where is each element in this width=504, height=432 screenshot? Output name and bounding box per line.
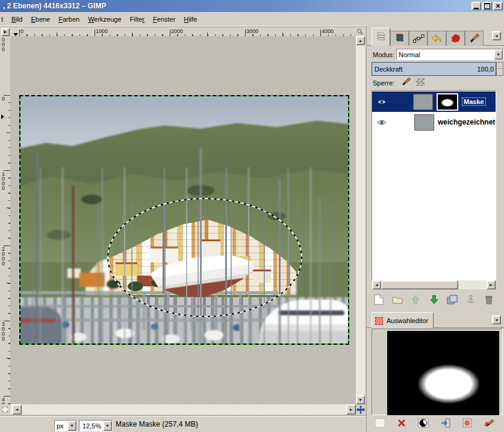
tab-undo-history[interactable] <box>428 31 446 46</box>
menu-item-bild[interactable]: Bild <box>7 14 26 25</box>
menu-item-partial[interactable]: t <box>0 14 7 25</box>
dock-panel: ◄ Modus: Normal ▼ Deckkraft 100,0 Sperre… <box>366 26 504 432</box>
scrollbar-thumb[interactable] <box>381 280 458 289</box>
layer-row-weichgezeichnet[interactable]: weichgezeichnet <box>372 112 496 132</box>
scroll-right-button[interactable]: ► <box>487 280 496 289</box>
zoom-selector[interactable]: 12,5% ▼ <box>79 420 113 431</box>
folder-icon <box>392 295 403 304</box>
stroke-selection-button[interactable] <box>482 416 496 430</box>
opacity-spinner[interactable] <box>496 62 503 76</box>
visibility-eye-icon[interactable] <box>377 119 387 126</box>
ruler-label: 2000 <box>2 247 7 266</box>
minimize-button[interactable] <box>471 2 481 10</box>
close-icon: × <box>496 3 500 9</box>
layer-name[interactable]: Maske <box>462 97 486 106</box>
horizontal-ruler[interactable]: 0 1000 2000 3000 4000 <box>10 28 356 37</box>
anchor-icon <box>467 295 475 304</box>
ruler-label: 3000 <box>246 28 258 34</box>
layer-thumbnail[interactable] <box>413 94 433 110</box>
layer-thumbnail[interactable] <box>414 114 434 131</box>
maximize-button[interactable] <box>482 2 492 10</box>
scroll-left-button[interactable]: ◄ <box>12 404 22 415</box>
minimize-icon <box>474 8 479 9</box>
tab-layers[interactable] <box>372 28 390 46</box>
layer-list-hscrollbar[interactable]: ◄ ► <box>372 280 496 289</box>
navigation-button[interactable] <box>356 404 366 415</box>
anchor-layer-button[interactable] <box>464 292 478 307</box>
selection-mask-preview[interactable] <box>387 331 499 415</box>
layer-row-maske[interactable]: Maske <box>372 91 496 112</box>
status-message: Maske Maske (257,4 MB) <box>116 420 198 428</box>
tab-brushes[interactable] <box>465 31 484 46</box>
chevron-down-icon[interactable]: ▼ <box>103 421 112 431</box>
tab-menu-button[interactable]: ◄ <box>492 31 501 40</box>
tab-menu-button[interactable]: ◄ <box>492 315 501 324</box>
menu-item-farben[interactable]: Farben <box>54 14 84 25</box>
scrollbar-track[interactable] <box>356 36 365 404</box>
layer-mode-dropdown[interactable]: Normal ▼ <box>396 49 503 60</box>
canvas-horizontal-scrollbar[interactable]: ◄ ► <box>10 404 356 415</box>
menu-item-hilfe[interactable]: Hilfe <box>179 14 201 25</box>
unit-value: px <box>55 421 67 431</box>
delete-layer-button[interactable] <box>482 292 496 307</box>
title-bar[interactable]: , 2 Ebenen) 4416x3312 – GIMP × <box>0 0 504 12</box>
lock-alpha-toggle[interactable] <box>416 78 425 86</box>
unit-selector[interactable]: px ▼ <box>54 420 77 431</box>
quick-mask-toggle[interactable] <box>1 406 9 413</box>
invert-selection-button[interactable] <box>416 416 431 430</box>
selection-to-path-button[interactable] <box>460 416 474 430</box>
tab-auswahleditor[interactable]: Auswahleditor <box>372 312 434 329</box>
undo-history-icon <box>431 33 443 44</box>
scroll-left-button[interactable]: ◄ <box>372 280 381 289</box>
channels-icon <box>394 33 406 44</box>
scroll-up-button[interactable]: ▲ <box>356 36 365 45</box>
zoom-value: 12,5% <box>79 421 103 431</box>
selection-to-path-icon <box>462 418 472 428</box>
layer-action-buttons <box>372 291 496 308</box>
menu-item-ebene[interactable]: Ebene <box>26 14 54 25</box>
layer-mode-value: Normal <box>397 49 494 60</box>
new-layer-button[interactable] <box>372 292 386 307</box>
menu-item-filter[interactable]: Filter <box>126 14 149 25</box>
select-none-icon <box>397 419 406 427</box>
menu-item-werkzeuge[interactable]: Werkzeuge <box>84 14 125 25</box>
scrollbar-track[interactable] <box>10 404 356 415</box>
select-none-button[interactable] <box>394 416 409 430</box>
new-group-button[interactable] <box>390 292 405 307</box>
vertical-ruler[interactable]: 000 0 1000 2000 3000 40 <box>0 36 11 404</box>
close-button[interactable]: × <box>493 2 503 10</box>
canvas-image[interactable] <box>19 95 349 345</box>
elliptical-selection-marching-ants[interactable] <box>107 198 302 317</box>
select-all-button[interactable] <box>373 416 387 430</box>
lower-arrow-icon <box>430 295 438 304</box>
opacity-slider[interactable]: Deckkraft 100,0 <box>372 62 496 76</box>
chevron-down-icon[interactable]: ▼ <box>67 421 76 431</box>
canvas-viewport[interactable] <box>10 36 356 404</box>
tab-channels[interactable] <box>390 31 409 46</box>
layer-mask-thumbnail[interactable] <box>437 93 458 111</box>
maximize-icon <box>484 3 490 9</box>
magnifier-icon <box>356 28 363 35</box>
scroll-right-button[interactable]: ► <box>346 404 356 415</box>
raise-arrow-icon <box>411 295 420 304</box>
tab-paths[interactable] <box>409 31 428 46</box>
layer-name[interactable]: weichgezeichnet <box>438 118 495 126</box>
scroll-down-button[interactable]: ▼ <box>356 395 365 404</box>
canvas-vertical-scrollbar[interactable]: ▲ ▼ <box>356 36 365 404</box>
duplicate-layer-button[interactable] <box>445 292 459 307</box>
layers-dock-tabs <box>372 28 484 46</box>
ruler-origin-button[interactable]: ▶ <box>1 28 10 36</box>
tab-colors[interactable] <box>446 31 465 46</box>
lower-layer-button[interactable] <box>427 292 441 307</box>
ruler-label: 0 <box>20 28 23 34</box>
save-to-channel-button[interactable] <box>438 416 453 430</box>
visibility-eye-icon[interactable] <box>377 99 387 105</box>
ruler-label: 3000 <box>2 322 7 341</box>
lock-paint-toggle[interactable] <box>401 77 412 87</box>
opacity-value: 100,0 <box>477 66 496 73</box>
menu-item-fenster[interactable]: Fenster <box>149 14 179 25</box>
chevron-down-icon[interactable]: ▼ <box>494 49 503 60</box>
zoom-follow-window-button[interactable] <box>355 27 364 35</box>
raise-layer-button[interactable] <box>408 292 423 307</box>
selection-editor-icon <box>375 317 383 325</box>
